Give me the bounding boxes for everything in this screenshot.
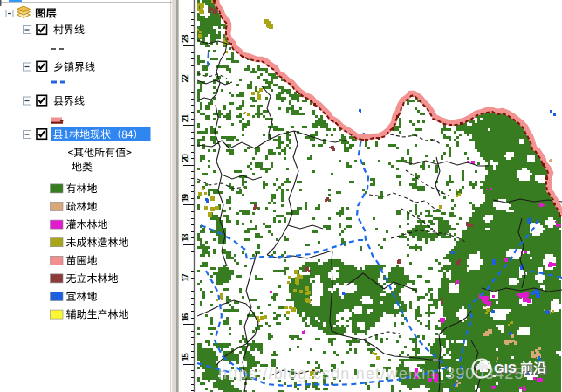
svg-text:15: 15 xyxy=(181,353,190,361)
svg-text:21: 21 xyxy=(181,113,190,122)
svg-text:19: 19 xyxy=(181,193,190,202)
svg-text:20: 20 xyxy=(181,154,190,162)
svg-text:22: 22 xyxy=(181,74,190,83)
svg-text:17: 17 xyxy=(181,273,190,282)
svg-text:GIS: GIS xyxy=(494,361,517,375)
svg-text:23: 23 xyxy=(181,34,190,43)
svg-text:16: 16 xyxy=(181,313,190,321)
svg-text:18: 18 xyxy=(181,233,190,242)
